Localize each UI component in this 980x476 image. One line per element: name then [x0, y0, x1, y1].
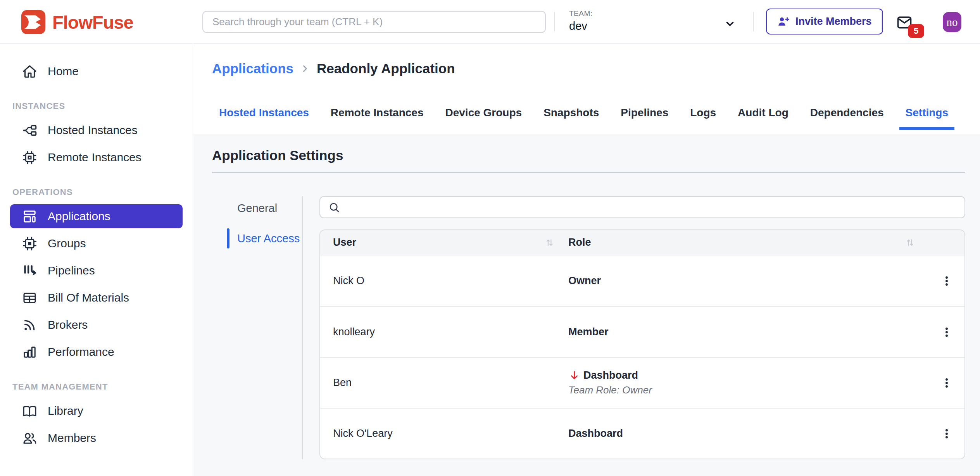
- user-role-with-note: Dashboard Team Role: Owner: [568, 369, 929, 396]
- notification-count-badge: 5: [908, 24, 924, 38]
- invite-members-button[interactable]: Invite Members: [766, 9, 883, 34]
- flowfuse-logo[interactable]: FlowFuse: [21, 10, 133, 34]
- user-name: Ben: [320, 377, 568, 389]
- kebab-menu-icon: [940, 274, 953, 288]
- search-icon: [328, 201, 340, 214]
- kebab-menu-icon: [940, 427, 953, 440]
- bar-chart-icon: [22, 344, 38, 360]
- groups-icon: [22, 236, 38, 252]
- user-name: knolleary: [320, 326, 568, 338]
- sidebar-item-bill-of-materials[interactable]: Bill Of Materials: [10, 286, 183, 310]
- chevron-right-icon: [300, 63, 311, 74]
- sidebar-item-label: Performance: [48, 345, 114, 359]
- settings-subnav: General User Access: [193, 196, 302, 459]
- table-row: knolleary Member: [320, 306, 964, 357]
- sidebar-section-operations: OPERATIONS: [12, 187, 193, 197]
- sidebar-item-applications[interactable]: Applications: [10, 204, 183, 228]
- sidebar-item-brokers[interactable]: Brokers: [10, 313, 183, 337]
- hosted-instances-icon: [22, 122, 38, 138]
- tab-audit-log[interactable]: Audit Log: [732, 98, 795, 130]
- users-icon: [22, 430, 38, 446]
- user-access-table: User Role: [319, 229, 965, 459]
- notifications-button[interactable]: 5: [895, 14, 926, 39]
- sidebar-item-members[interactable]: Members: [10, 426, 183, 450]
- subnav-item-user-access[interactable]: User Access: [193, 226, 302, 250]
- sidebar-section-team-management: TEAM MANAGEMENT: [12, 382, 193, 392]
- header-divider: [753, 12, 754, 31]
- column-header-user[interactable]: User: [333, 236, 356, 248]
- sidebar-item-remote-instances[interactable]: Remote Instances: [10, 145, 183, 169]
- user-role: Dashboard: [583, 369, 638, 381]
- applications-icon: [22, 209, 38, 224]
- tab-pipelines[interactable]: Pipelines: [614, 98, 675, 130]
- header-divider: [881, 12, 882, 31]
- invite-members-label: Invite Members: [795, 16, 872, 28]
- sidebar-item-label: Pipelines: [48, 264, 95, 277]
- tab-hosted-instances[interactable]: Hosted Instances: [213, 98, 315, 130]
- sidebar-item-label: Applications: [48, 210, 110, 223]
- tab-logs[interactable]: Logs: [684, 98, 722, 130]
- kebab-menu-icon: [940, 376, 953, 390]
- chip-icon: [22, 150, 38, 166]
- tab-remote-instances[interactable]: Remote Instances: [324, 98, 430, 130]
- user-name: Nick O'Leary: [320, 428, 568, 440]
- kebab-menu-icon: [940, 326, 953, 339]
- table-icon: [22, 290, 38, 306]
- sidebar-item-label: Bill Of Materials: [48, 291, 129, 304]
- sidebar-item-label: Home: [48, 65, 79, 78]
- sidebar-item-hosted-instances[interactable]: Hosted Instances: [10, 118, 183, 142]
- brand-wordmark: FlowFuse: [52, 12, 133, 33]
- team-role-note: Team Role: Owner: [568, 384, 929, 396]
- top-bar: FlowFuse TEAM: dev Invite Members 5 no: [0, 0, 980, 44]
- table-row: Ben Dashboard Team Role: Owner: [320, 357, 964, 408]
- subnav-label: User Access: [237, 232, 300, 245]
- book-open-icon: [22, 403, 38, 419]
- breadcrumb-current: Readonly Application: [317, 61, 455, 76]
- user-avatar[interactable]: no: [943, 12, 961, 32]
- team-label: TEAM:: [569, 9, 593, 18]
- sidebar-item-label: Groups: [48, 237, 86, 250]
- settings-content: Application Settings General User Access: [193, 134, 980, 476]
- sidebar-item-home[interactable]: Home: [10, 59, 183, 83]
- sidebar-item-performance[interactable]: Performance: [10, 340, 183, 364]
- team-selector[interactable]: TEAM: dev: [569, 9, 593, 33]
- breadcrumb: Applications Readonly Application: [212, 61, 980, 76]
- sidebar-item-groups[interactable]: Groups: [10, 231, 183, 255]
- team-name: dev: [569, 20, 593, 33]
- subnav-label: General: [237, 202, 277, 215]
- row-menu-button[interactable]: [929, 255, 964, 306]
- tab-dependencies[interactable]: Dependencies: [804, 98, 890, 130]
- sidebar-item-library[interactable]: Library: [10, 399, 183, 423]
- tab-device-groups[interactable]: Device Groups: [439, 98, 528, 130]
- table-header-row: User Role: [320, 230, 964, 255]
- row-menu-button[interactable]: [929, 409, 964, 459]
- sidebar-item-label: Members: [48, 431, 96, 445]
- table-row: Nick O'Leary Dashboard: [320, 408, 964, 459]
- tab-snapshots[interactable]: Snapshots: [537, 98, 605, 130]
- main-area: Applications Readonly Application Hosted…: [193, 44, 980, 476]
- row-menu-button[interactable]: [929, 358, 964, 408]
- user-role: Member: [568, 326, 929, 338]
- chevron-down-icon[interactable]: [723, 17, 737, 30]
- breadcrumb-applications-link[interactable]: Applications: [212, 61, 293, 76]
- row-menu-button[interactable]: [929, 307, 964, 357]
- user-access-panel: User Role: [302, 196, 965, 459]
- user-name: Nick O: [320, 275, 568, 287]
- user-role: Owner: [568, 275, 929, 287]
- sort-icon[interactable]: [543, 237, 555, 248]
- sidebar-item-pipelines[interactable]: Pipelines: [10, 259, 183, 283]
- page-title: Application Settings: [212, 148, 980, 163]
- sidebar-item-label: Brokers: [48, 318, 88, 331]
- sidebar-section-instances: INSTANCES: [12, 101, 193, 111]
- role-override-arrow-down-icon: [568, 369, 580, 381]
- header-divider: [554, 12, 555, 31]
- sidebar-item-label: Remote Instances: [48, 151, 141, 164]
- column-header-role[interactable]: Role: [568, 236, 591, 248]
- user-search-input[interactable]: [346, 201, 957, 213]
- flowfuse-logo-icon: [21, 10, 45, 34]
- tab-settings[interactable]: Settings: [899, 98, 954, 130]
- table-row: Nick O Owner: [320, 255, 964, 306]
- sort-icon[interactable]: [904, 237, 916, 248]
- subnav-item-general[interactable]: General: [193, 196, 302, 220]
- team-search-input[interactable]: [202, 11, 546, 33]
